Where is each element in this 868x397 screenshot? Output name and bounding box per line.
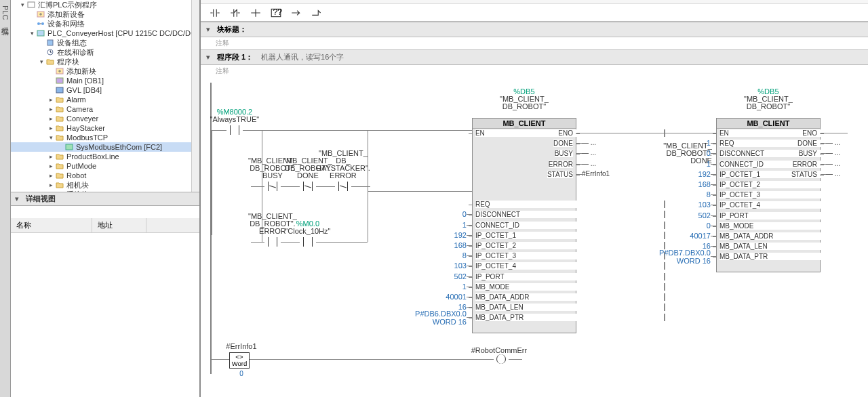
fb-pin-value: 0 — [392, 210, 467, 218]
tree-item-label: 汇博PLC示例程序 — [38, 0, 97, 10]
detail-col-addr[interactable]: 地址 — [92, 218, 146, 232]
fb-pin-value: 168 — [636, 180, 711, 188]
contact[interactable] — [264, 182, 281, 191]
segment-head[interactable]: ▾ 程序段 1： 机器人通讯，读写16个字 — [201, 49, 868, 65]
tree-item[interactable]: 在线和诊断 — [11, 47, 199, 57]
db-icon — [55, 86, 64, 94]
fb-pin-out-value: — ... — [582, 149, 636, 156]
tree-item[interactable]: ▸HayStacker — [11, 123, 199, 133]
return-button[interactable] — [311, 7, 323, 18]
tree-item[interactable]: ▾PLC_ConveyerHost [CPU 1215C DC/DC/DC] — [11, 28, 199, 38]
expand-icon[interactable]: ▸ — [47, 163, 54, 169]
tree-item-label: 在线和诊断 — [57, 47, 94, 58]
detail-view-header[interactable]: ▾ 详细视图 — [11, 192, 199, 206]
block-comment[interactable]: 注释 — [201, 37, 868, 49]
detail-view-body: 名称 地址 — [11, 206, 199, 398]
tree-item[interactable]: ▸系统块 — [11, 190, 199, 192]
help-button[interactable]: ?? — [270, 7, 282, 18]
fb-instance-label: %DB5"MB_CLIENT_DB_ROBOT" — [703, 88, 834, 110]
step-out-button[interactable] — [250, 7, 262, 18]
compare-block[interactable]: <>Word — [229, 352, 250, 369]
fb-pin-out: ENO — [802, 129, 817, 137]
fb-pin-in: MB_DATA_ADDR — [719, 232, 868, 240]
grp-icon — [55, 181, 64, 189]
tree-item[interactable]: ▸PutMode — [11, 161, 199, 171]
contact[interactable] — [300, 182, 316, 191]
tree-item[interactable]: ▾汇博PLC示例程序 — [11, 0, 199, 9]
tree-item[interactable]: ▾程序块 — [11, 57, 199, 66]
expand-icon[interactable]: ▸ — [47, 115, 54, 122]
expand-icon[interactable]: ▾ — [19, 1, 26, 8]
tree-item-label: 程序块 — [57, 57, 79, 67]
project-tree[interactable]: ▾汇博PLC示例程序添加新设备设备和网络▾PLC_ConveyerHost [C… — [11, 0, 199, 192]
expand-icon[interactable]: ▾ — [38, 58, 45, 65]
tree-item[interactable]: ▸Robot — [11, 171, 199, 180]
tree-item[interactable]: GVL [DB4] — [11, 85, 199, 95]
function-block[interactable]: MB_CLIENTENREQDISCONNECTCONNECT_IDIP_OCT… — [716, 118, 821, 272]
fb-pin-value: 192 — [636, 170, 711, 178]
expand-icon[interactable]: ▾ — [28, 30, 35, 37]
expand-icon[interactable]: ▸ — [47, 125, 54, 131]
expand-icon[interactable]: ▸ — [47, 106, 54, 112]
tree-item[interactable]: 设备和网络 — [11, 19, 199, 28]
tree-item-label: Conveyer — [66, 114, 98, 123]
tree-item[interactable]: Main [OB1] — [11, 76, 199, 85]
expand-icon[interactable]: ▸ — [47, 153, 54, 160]
folder-icon — [45, 58, 55, 66]
tree-item-label: Alarm — [66, 96, 86, 104]
tree-item[interactable]: ▾ModbusTCP — [11, 133, 199, 142]
tree-scrollbar[interactable] — [191, 0, 199, 192]
collapse-icon[interactable]: ▾ — [206, 53, 213, 62]
expand-icon[interactable]: ▸ — [47, 182, 54, 188]
coil[interactable] — [494, 354, 509, 364]
vertical-tab-label: PLC 编程 — [0, 5, 10, 22]
tree-item-label: 设备组态 — [57, 38, 87, 48]
fb-pin-out: ERROR — [549, 161, 573, 168]
grp-icon — [55, 162, 64, 170]
fb-pin-in: IP_OCTET_2 — [719, 181, 868, 188]
fb-pin-out: BUSY — [799, 150, 817, 157]
tree-item[interactable]: 添加新块 — [11, 66, 199, 76]
goto-button[interactable] — [290, 7, 302, 18]
contact[interactable] — [264, 237, 281, 247]
step-in-button[interactable] — [209, 7, 221, 18]
fb-pin-out-value: — ... — [826, 160, 868, 167]
cmp-tag: #ErrInfo1 — [214, 343, 269, 350]
collapse-icon[interactable]: ▾ — [15, 194, 22, 203]
tree-item-label: 添加新块 — [66, 66, 96, 77]
tree-item[interactable]: 设备组态 — [11, 38, 199, 47]
svg-text:??: ?? — [273, 7, 282, 17]
fb-pin-in: IP_PORT — [475, 273, 665, 280]
tree-item[interactable]: ▸Alarm — [11, 95, 199, 104]
tree-item[interactable]: ▸ProductBoxLine — [11, 152, 199, 161]
diag-icon — [45, 48, 55, 56]
detail-view-title: 详细视图 — [26, 194, 56, 204]
contact[interactable] — [226, 125, 243, 135]
segment-desc[interactable]: 机器人通讯，读写16个字 — [261, 52, 344, 62]
left-panel: ▾汇博PLC示例程序添加新设备设备和网络▾PLC_ConveyerHost [C… — [11, 0, 201, 397]
expand-icon[interactable]: ▸ — [47, 191, 54, 192]
tree-item[interactable]: ▸相机块 — [11, 180, 199, 190]
tree-item-label: 设备和网络 — [47, 19, 85, 29]
expand-icon[interactable]: ▾ — [47, 134, 54, 141]
tree-item[interactable]: SysModbusEthCom [FC2] — [11, 142, 199, 152]
expand-icon[interactable]: ▸ — [47, 172, 54, 179]
step-over-button[interactable] — [229, 7, 241, 18]
segment-comment[interactable]: 注释 — [201, 65, 868, 77]
grp-icon — [55, 171, 64, 180]
detail-col-name[interactable]: 名称 — [11, 218, 92, 232]
block-title-head[interactable]: ▾ 块标题： — [201, 22, 868, 37]
function-block[interactable]: MB_CLIENTENREQDISCONNECTCONNECT_IDIP_OCT… — [472, 118, 576, 333]
collapse-icon[interactable]: ▾ — [206, 25, 213, 34]
detail-columns: 名称 地址 — [11, 218, 199, 233]
ladder-canvas[interactable]: %M8000.2"AlwaysTRUE""MB_CLIENT_DB_ROBOT"… — [201, 77, 868, 397]
fb-pin-in: MB_DATA_PTR — [719, 253, 868, 260]
vertical-tab[interactable]: PLC 编程 — [0, 0, 11, 397]
contact[interactable] — [335, 182, 351, 191]
ob-icon — [55, 77, 64, 85]
contact[interactable] — [300, 237, 316, 247]
tree-item[interactable]: 添加新设备 — [11, 9, 199, 19]
tree-item[interactable]: ▸Conveyer — [11, 114, 199, 123]
expand-icon[interactable]: ▸ — [47, 96, 54, 103]
tree-item[interactable]: ▸Camera — [11, 104, 199, 114]
